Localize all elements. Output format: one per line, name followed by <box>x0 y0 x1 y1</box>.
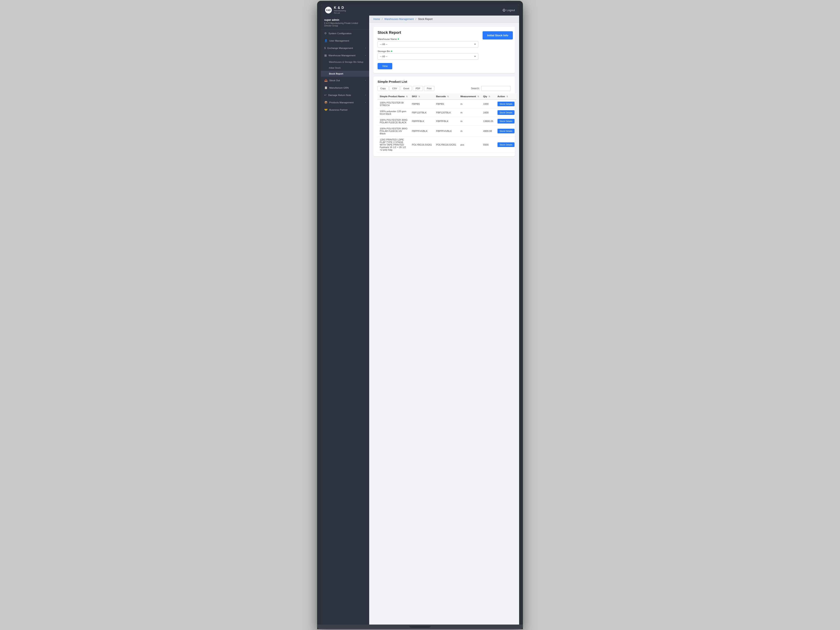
sidebar-label-business-partner: Business Partner <box>329 109 348 111</box>
initial-stock-btn-container: Initial Stock Info <box>483 30 513 39</box>
logout-button[interactable]: ⏻ Logout <box>502 8 515 12</box>
sidebar-sub-warehouses-storage[interactable]: Warehouses & Storage Bin Setup <box>321 59 369 65</box>
user-icon: 👤 <box>324 39 328 42</box>
cell-measurement-2: m <box>458 117 481 126</box>
view-button[interactable]: View <box>377 63 392 69</box>
sidebar-item-damage-return[interactable]: ↩ Damage Return Note › <box>321 92 369 99</box>
stock-details-button-2[interactable]: Stock Details <box>497 119 515 123</box>
chevron-right-products-icon: › <box>365 101 366 104</box>
cell-sku-3: FBPPFHVBLK <box>410 126 434 137</box>
top-nav: K&D K & D Manufacturing Pvt Ltd ⏻ Logout <box>321 5 519 16</box>
cell-qty-2: 13800.05 <box>481 117 496 126</box>
sidebar-item-stock-out[interactable]: 📤 Stock Out › <box>321 77 369 84</box>
sidebar-item-system-config[interactable]: ⚙ System Configuration <box>321 30 369 37</box>
stock-details-button-0[interactable]: Stock Details <box>497 102 515 106</box>
brand-logo-text: K&D <box>326 9 331 11</box>
breadcrumb-home[interactable]: Home <box>373 17 380 21</box>
th-name: Simple Product Name ⇅ <box>377 93 410 99</box>
chevron-right-stock-out-icon: › <box>365 79 366 82</box>
product-list-title: Simple Product List <box>377 80 511 84</box>
chevron-right-icon: › <box>365 47 366 49</box>
table-header-row: Simple Product Name ⇅ SKU ⇅ Barcode <box>377 93 516 99</box>
excel-button[interactable]: Excel <box>401 86 412 91</box>
toolbar-left: Copy CSV Excel PDF Print <box>377 86 434 91</box>
stock-details-button-1[interactable]: Stock Details <box>497 110 515 115</box>
th-qty: Qty ⇅ <box>481 93 496 99</box>
logout-icon: ⏻ <box>502 8 505 12</box>
brand-logo: K&D <box>325 7 332 13</box>
sort-icon-action: ⇅ <box>506 95 508 98</box>
required-dot-storage <box>391 51 392 52</box>
sidebar-sub-label-stock-report: Stock Report <box>329 73 343 75</box>
cell-barcode-3: FBPPFHVBLK <box>434 126 458 137</box>
sidebar-label-warehouse-management: Warehouse Management <box>328 54 355 57</box>
brand-sub1: Manufacturing <box>334 9 346 12</box>
cell-sku-1: FBP120TBLK <box>410 108 434 117</box>
cell-barcode-0: FBPBS <box>434 99 458 108</box>
user-name: super admin <box>324 19 366 21</box>
sort-icon-qty: ⇅ <box>488 95 490 98</box>
cell-action-4: Stock Details <box>496 137 516 153</box>
cell-measurement-1: m <box>458 108 481 117</box>
sidebar-item-manufacture-grn[interactable]: 📋 Manufacture GRN <box>321 84 369 92</box>
stock-details-button-4[interactable]: Stock Details <box>497 142 515 147</box>
logout-label: Logout <box>507 9 515 12</box>
cell-action-2: Stock Details <box>496 117 516 126</box>
th-barcode: Barcode ⇅ <box>434 93 458 99</box>
product-table: Simple Product Name ⇅ SKU ⇅ Barcode <box>377 93 516 153</box>
cell-measurement-3: m <box>458 126 481 137</box>
cell-name-1: 100% polyester 120 gsm tricot black <box>377 108 410 117</box>
filter-card: Stock Report Warehouse Name -- All -- <box>373 27 515 73</box>
cell-sku-2: FBPPFBLK <box>410 117 434 126</box>
brand-name: K & D <box>334 6 346 9</box>
cell-barcode-1: FBP120TBLK <box>434 108 458 117</box>
initial-stock-info-button[interactable]: Initial Stock Info <box>483 31 513 39</box>
sidebar-item-exchange-management[interactable]: $ Exchange Management › <box>321 44 369 52</box>
cell-qty-4: 5500 <box>481 137 496 153</box>
storage-bin-select[interactable]: -- All -- <box>377 53 478 60</box>
content-area: Home / Warehouses Management / Stock Rep… <box>369 16 519 625</box>
stock-details-button-3[interactable]: Stock Details <box>497 129 515 133</box>
cell-barcode-4: POLYBG16.5X261 <box>434 137 458 153</box>
table-toolbar: Copy CSV Excel PDF Print Search: <box>377 86 511 91</box>
stock-out-icon: 📤 <box>324 79 328 82</box>
user-info: super admin K & D Manufacturing Private … <box>321 16 369 30</box>
sidebar-item-products-management[interactable]: 📦 Products Management › <box>321 99 369 106</box>
search-input[interactable] <box>481 86 511 91</box>
page-title: Stock Report <box>377 30 478 35</box>
sidebar-label-stock-out: Stock Out <box>329 79 340 82</box>
table-row: 100% POLYESTER 380G POLAR FLEECE HV Blac… <box>377 126 516 137</box>
warehouse-select[interactable]: -- All -- <box>377 41 478 47</box>
laptop-base <box>317 625 523 629</box>
table-body: 100% POLTESTER BI STRECH FBPBS FBPBS m 1… <box>377 99 516 153</box>
sidebar-sub-initial-stock[interactable]: Initial Stock <box>321 65 369 71</box>
warehouse-name-label: Warehouse Name <box>377 38 478 40</box>
th-barcode-label: Barcode <box>436 95 446 98</box>
print-button[interactable]: Print <box>424 86 434 91</box>
brand-sub2: Pvt Ltd <box>334 12 346 14</box>
copy-button[interactable]: Copy <box>377 86 388 91</box>
sidebar-item-user-management[interactable]: 👤 User Management <box>321 37 369 44</box>
filter-left: Stock Report Warehouse Name -- All -- <box>377 30 478 69</box>
csv-button[interactable]: CSV <box>390 86 400 91</box>
sidebar-item-warehouse-management[interactable]: ▦ Warehouse Management › <box>321 52 369 59</box>
pdf-button[interactable]: PDF <box>413 86 423 91</box>
warehouse-label-text: Warehouse Name <box>377 38 397 40</box>
cell-name-2: 100% POLYESTER 300G POLAR FLEECE BLACK <box>377 117 410 126</box>
cell-sku-0: FBPBS <box>410 99 434 108</box>
th-action: Action ⇅ <box>496 93 516 99</box>
chevron-down-icon: › <box>365 54 366 57</box>
sidebar-sub-stock-report[interactable]: Stock Report <box>321 71 369 77</box>
sidebar-item-business-partner[interactable]: 🤝 Business Partner <box>321 106 369 114</box>
breadcrumb-warehouses[interactable]: Warehouses Management <box>384 17 414 21</box>
storage-bin-group: Storage Bin -- All -- <box>377 50 478 60</box>
sort-icon-barcode: ⇅ <box>447 95 449 98</box>
brand-name-text: K & D <box>334 6 344 9</box>
sidebar-label-user-management: User Management <box>329 39 349 42</box>
sidebar-label-products-management: Products Management <box>329 101 354 104</box>
products-icon: 📦 <box>324 101 328 104</box>
sidebar-label-damage-return: Damage Return Note <box>328 94 351 96</box>
dollar-icon: $ <box>324 46 326 50</box>
cell-qty-0: 1000 <box>481 99 496 108</box>
user-role: Director Group <box>324 25 366 27</box>
